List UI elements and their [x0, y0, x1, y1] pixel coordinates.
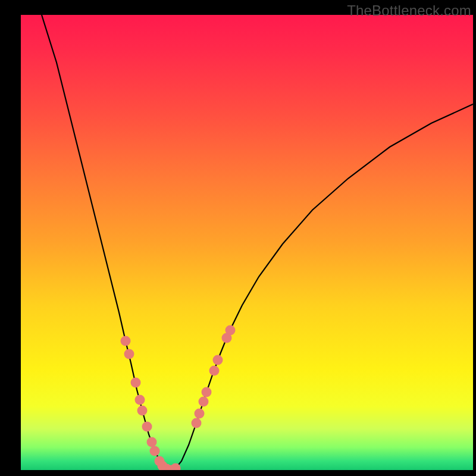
data-dot — [137, 406, 148, 416]
data-dot — [213, 355, 223, 365]
data-dot — [195, 409, 205, 419]
data-dot — [209, 366, 220, 376]
data-dot — [124, 349, 134, 359]
watermark-text: TheBottleneck.com — [347, 2, 471, 19]
bottleneck-curve — [42, 15, 473, 470]
data-dot — [121, 336, 131, 346]
data-dot — [147, 437, 157, 447]
data-dot — [202, 387, 212, 397]
data-dot — [150, 446, 160, 456]
data-dot — [199, 397, 209, 407]
data-dot — [226, 325, 236, 336]
data-dot — [135, 395, 145, 405]
chart-svg — [21, 15, 473, 470]
data-dot — [131, 378, 141, 388]
data-dot — [192, 418, 202, 428]
data-dot — [142, 422, 152, 432]
dot-cluster-right — [192, 325, 236, 428]
dot-cluster-left — [121, 336, 181, 471]
chart-plot-area — [21, 15, 473, 470]
chart-frame: TheBottleneck.com — [0, 0, 476, 476]
